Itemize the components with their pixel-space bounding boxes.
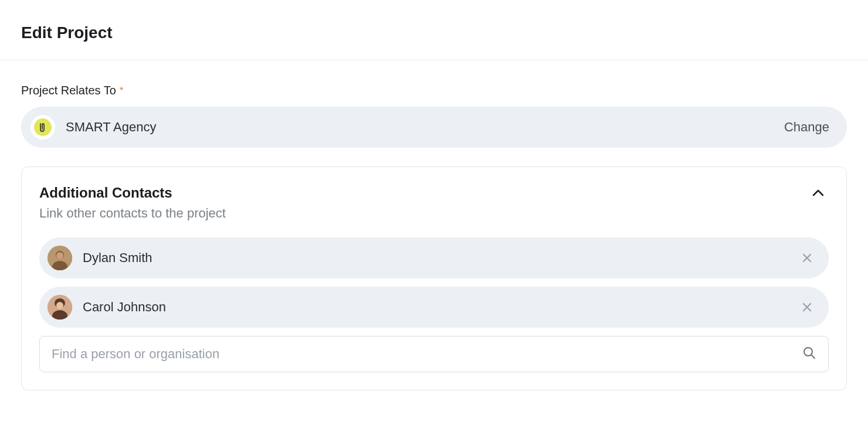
card-header: Additional Contacts Link other contacts … — [39, 185, 829, 221]
relates-to-left: SMART Agency — [30, 115, 156, 140]
change-button[interactable]: Change — [784, 120, 829, 135]
avatar — [48, 295, 72, 320]
additional-contacts-title: Additional Contacts — [39, 185, 226, 201]
contact-row: Dylan Smith — [39, 237, 829, 278]
close-icon — [802, 253, 812, 263]
contact-search-input[interactable] — [52, 346, 802, 362]
contact-search-row[interactable] — [39, 336, 829, 372]
search-icon — [802, 346, 816, 362]
page-header: Edit Project — [0, 0, 868, 60]
org-avatar — [30, 115, 55, 140]
contact-row: Carol Johnson — [39, 287, 829, 328]
relates-to-label: Project Relates To * — [21, 84, 847, 97]
additional-contacts-subtitle: Link other contacts to the project — [39, 206, 226, 221]
svg-point-6 — [56, 302, 63, 309]
contact-left: Dylan Smith — [48, 246, 152, 270]
contact-name: Carol Johnson — [83, 300, 166, 315]
additional-contacts-card: Additional Contacts Link other contacts … — [21, 166, 847, 390]
page-title: Edit Project — [21, 23, 847, 42]
card-header-text: Additional Contacts Link other contacts … — [39, 185, 226, 221]
relates-to-row: SMART Agency Change — [21, 107, 847, 148]
close-icon — [802, 302, 812, 312]
svg-point-3 — [56, 252, 63, 259]
required-asterisk: * — [120, 86, 123, 96]
contact-left: Carol Johnson — [48, 295, 166, 320]
relates-to-label-text: Project Relates To — [21, 84, 116, 97]
avatar — [48, 246, 72, 270]
org-avatar-icon — [34, 118, 52, 136]
relates-to-org-name: SMART Agency — [66, 120, 156, 135]
chevron-up-icon — [812, 189, 824, 196]
remove-contact-button[interactable] — [799, 250, 815, 266]
content-area: Project Relates To * SMART Agency Change… — [0, 60, 868, 414]
remove-contact-button[interactable] — [799, 300, 815, 315]
collapse-toggle[interactable] — [808, 185, 829, 201]
contact-name: Dylan Smith — [83, 250, 152, 266]
svg-line-9 — [812, 355, 815, 359]
